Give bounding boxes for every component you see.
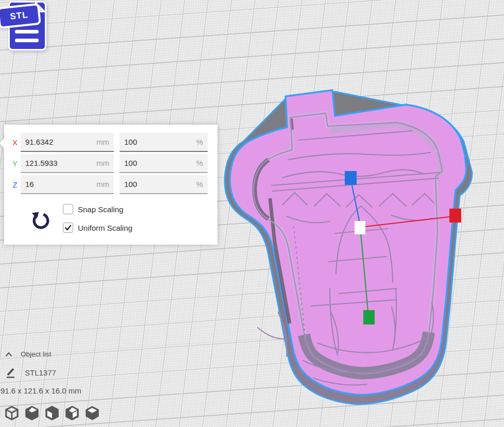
snap-scaling-row: Snap Scaling [63,203,123,215]
chevron-up-icon [5,352,12,357]
scale-x-mm-input[interactable] [21,133,114,151]
scale-x-handle[interactable] [449,209,461,223]
scale-tool-panel: X mm % Y mm % Z mm % [4,125,217,245]
object-list-item[interactable]: STL1377 [5,367,56,378]
object-list-toggle[interactable]: Object list [5,350,51,358]
scale-x-percent-input[interactable] [120,133,208,151]
object-name: STL1377 [25,368,56,377]
scale-center-handle[interactable] [355,221,365,234]
scale-y-percent-input[interactable] [120,154,208,172]
stl-file-icon: STL [0,0,49,53]
scale-z-handle[interactable] [345,171,357,185]
snap-scaling-label: Snap Scaling [78,205,123,214]
reset-scale-button[interactable] [29,210,51,232]
cube-top-highlight-icon [24,405,40,421]
model-dimensions: 91.6 x 121.6 x 16.0 mm [1,386,81,395]
cube-topview-highlight-icon [85,405,100,421]
model-canvas[interactable] [216,77,492,422]
axis-z-label: Z [9,175,21,194]
pencil-icon [5,367,16,378]
checkmark-icon [63,223,73,232]
cube-front-highlight-icon [44,405,60,421]
scale-y-mm-input[interactable] [21,154,114,172]
scale-z-mm-input[interactable] [21,175,114,193]
view-front-button[interactable] [24,405,40,421]
view-top-button[interactable] [44,405,60,421]
object-list-label: Object list [21,350,51,358]
scale-z-percent-input[interactable] [120,175,208,193]
uniform-scaling-checkbox[interactable] [63,223,73,233]
scale-y-handle[interactable] [363,310,375,324]
uniform-scaling-label: Uniform Scaling [78,224,132,232]
uniform-scaling-row: Uniform Scaling [63,222,132,233]
view-3d-button[interactable] [4,405,20,421]
snap-scaling-checkbox[interactable] [63,204,73,214]
cube-side-highlight-icon [64,405,80,421]
scale-row-y: Y mm % [4,154,217,173]
view-right-button[interactable] [85,405,100,421]
stl-badge: STL [0,3,41,29]
cube-wireframe-icon [4,405,20,421]
view-left-button[interactable] [64,405,80,421]
reset-rotate-icon [29,210,51,232]
scale-row-z: Z mm % [4,175,217,194]
scale-row-x: X mm % [4,133,217,152]
axis-y-label: Y [9,154,21,173]
axis-x-label: X [9,133,21,152]
view-toolbar [4,405,100,421]
panel-pointer [0,138,4,148]
